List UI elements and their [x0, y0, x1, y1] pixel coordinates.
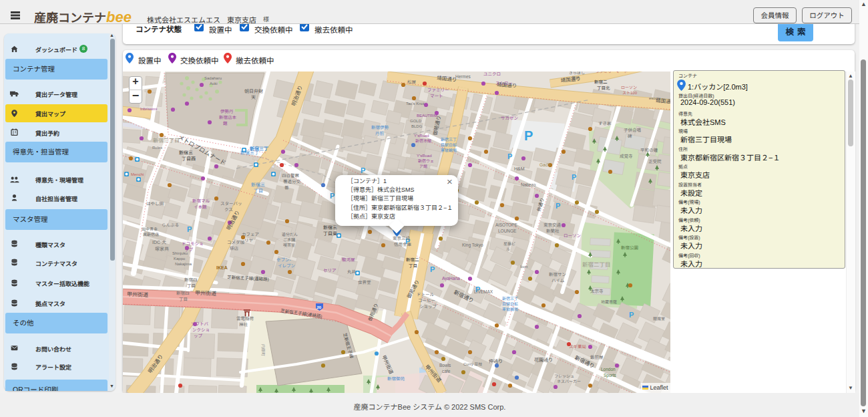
svg-text:IKEA: IKEA	[216, 265, 228, 270]
svg-text:P: P	[524, 128, 533, 143]
svg-text:マート: マート	[430, 94, 443, 98]
svg-text:丁目: 丁目	[409, 263, 417, 268]
svg-text:ユニクロ: ユニクロ	[483, 72, 501, 76]
svg-text:コーヒー: コーヒー	[418, 298, 435, 303]
svg-text:P: P	[507, 152, 512, 160]
svg-text:雷電稲荷: 雷電稲荷	[236, 316, 254, 321]
svg-text:平和の鐘: 平和の鐘	[640, 148, 658, 152]
svg-text:属新宿店: 属新宿店	[143, 232, 159, 237]
svg-text:P: P	[629, 311, 634, 319]
svg-text:新宿三: 新宿三	[251, 182, 265, 187]
svg-text:新宿店本: 新宿店本	[219, 115, 237, 120]
svg-text:P: P	[187, 225, 192, 233]
svg-text:朝日弁財: 朝日弁財	[244, 89, 263, 94]
svg-text:新宿三丁目: 新宿三丁目	[153, 138, 180, 144]
svg-text:H&M: H&M	[514, 166, 525, 171]
svg-text:Hermes: Hermes	[455, 74, 471, 79]
svg-text:BEAUTRIM: BEAUTRIM	[417, 114, 437, 118]
svg-text:新宿ウェ: 新宿ウェ	[418, 158, 434, 163]
svg-text:丸井: 丸井	[347, 269, 357, 274]
svg-text:目駅自転: 目駅自転	[502, 301, 518, 306]
svg-text:新宿二: 新宿二	[594, 80, 608, 84]
svg-text:子供合唱: 子供合唱	[624, 128, 641, 132]
svg-text:新宿マル: 新宿マル	[192, 198, 210, 203]
svg-text:Kappo: Kappo	[174, 257, 186, 261]
svg-text:セリア: セリア	[323, 268, 337, 273]
svg-text:丹前: 丹前	[375, 131, 385, 136]
svg-text:LIVEMAX: LIVEMAX	[474, 289, 493, 294]
svg-text:丁目: 丁目	[254, 188, 263, 193]
svg-text:新宿伊勢: 新宿伊勢	[371, 125, 389, 130]
svg-text:新聞社: 新聞社	[546, 229, 560, 233]
svg-text:新宿本館: 新宿本館	[415, 138, 431, 143]
svg-text:ショップ: ショップ	[419, 304, 437, 309]
svg-text:世界堂: 世界堂	[358, 280, 371, 285]
svg-text:リヤ: リヤ	[244, 238, 253, 243]
svg-text:駿河屋: 駿河屋	[342, 257, 355, 262]
svg-text:Aoki: Aoki	[210, 82, 218, 86]
svg-text:LOUNGE: LOUNGE	[498, 229, 517, 233]
svg-text:はやし田: はやし田	[146, 201, 164, 206]
svg-text:仲通り: 仲通り	[489, 359, 503, 364]
svg-text:P: P	[361, 166, 365, 174]
svg-text:東京三協: 東京三協	[393, 236, 411, 241]
svg-text:丁目: 丁目	[187, 283, 196, 288]
svg-text:新宿四: 新宿四	[184, 277, 198, 282]
svg-text:スシロー: スシロー	[495, 81, 513, 86]
svg-text:ハイム: ハイム	[552, 278, 565, 283]
svg-text:セブン-: セブン-	[276, 257, 291, 262]
svg-text:丁目西: 丁目西	[182, 156, 196, 161]
svg-text:新宿二丁目: 新宿二丁目	[582, 261, 611, 268]
svg-text:スターバッ: スターバッ	[220, 201, 242, 206]
svg-text:新宿三: 新宿三	[179, 150, 193, 155]
svg-text:ローソン: ローソン	[621, 86, 637, 90]
svg-text:喫茶室: 喫茶室	[283, 243, 295, 247]
svg-text:信用金庫: 信用金庫	[394, 242, 412, 247]
svg-text:新宿四: 新宿四	[176, 291, 190, 295]
svg-text:新宿三丁: 新宿三丁	[502, 296, 518, 301]
svg-text:cafe: cafe	[442, 369, 451, 374]
svg-text:Sadaharu: Sadaharu	[204, 76, 222, 80]
svg-text:Gachi: Gachi	[539, 162, 551, 167]
svg-text:新宿三丁: 新宿三丁	[441, 137, 457, 142]
svg-text:甲州街道: 甲州街道	[127, 291, 148, 298]
svg-text:IDC 大: IDC 大	[152, 240, 166, 245]
svg-text:車駐輪場: 車駐輪場	[441, 148, 457, 152]
svg-text:ル: ル	[506, 247, 510, 251]
svg-text:閻魔堂: 閻魔堂	[653, 316, 665, 321]
svg-text:Nabezo: Nabezo	[521, 182, 536, 187]
svg-text:正受院: 正受院	[648, 159, 662, 164]
svg-text:Inbrissimi: Inbrissimi	[140, 107, 157, 111]
svg-text:追分だん: 追分だん	[282, 232, 298, 237]
svg-text:20: 20	[317, 305, 322, 309]
svg-text:番: 番	[284, 185, 289, 190]
svg-text:ファミリー: ファミリー	[427, 88, 449, 92]
svg-text:P: P	[556, 202, 560, 210]
svg-text:クス: クス	[224, 207, 233, 212]
svg-text:Y'sRoad: Y'sRoad	[417, 154, 432, 158]
svg-text:天: 天	[251, 95, 256, 100]
svg-text:きらぼし: きらぼし	[569, 72, 585, 75]
svg-text:館: 館	[223, 121, 228, 126]
svg-text:esogie: esogie	[649, 96, 661, 100]
svg-text:星藤ビ: 星藤ビ	[503, 241, 515, 246]
svg-text:新宿三丁: 新宿三丁	[249, 146, 268, 151]
svg-text:松屋: 松屋	[407, 80, 417, 84]
svg-text:ご本舗: ご本舗	[283, 237, 295, 242]
svg-text:AiSOTOPE: AiSOTOPE	[495, 223, 517, 227]
svg-text:ドコモショ: ドコモショ	[182, 241, 204, 246]
svg-text:四谷警察: 四谷警察	[282, 173, 300, 178]
svg-text:ローソン: ローソン	[564, 233, 581, 238]
svg-text:甲州街道: 甲州街道	[195, 290, 216, 297]
svg-text:新宿御苑: 新宿御苑	[387, 376, 405, 381]
svg-text:BLDG: BLDG	[411, 124, 423, 128]
svg-text:目駅自転: 目駅自転	[441, 142, 457, 147]
svg-text:コメダ珈: コメダ珈	[227, 240, 245, 245]
svg-text:新宿三丁: 新宿三丁	[240, 150, 259, 155]
svg-text:スト100: スト100	[622, 91, 638, 95]
svg-text:ネスバーガー: ネスバーガー	[557, 380, 581, 384]
svg-text:Nakajima: Nakajima	[175, 262, 192, 266]
svg-text:Icon: Icon	[520, 265, 527, 269]
svg-text:Menchi: Menchi	[131, 172, 144, 176]
svg-text:田中貴金: 田中貴金	[142, 227, 158, 231]
